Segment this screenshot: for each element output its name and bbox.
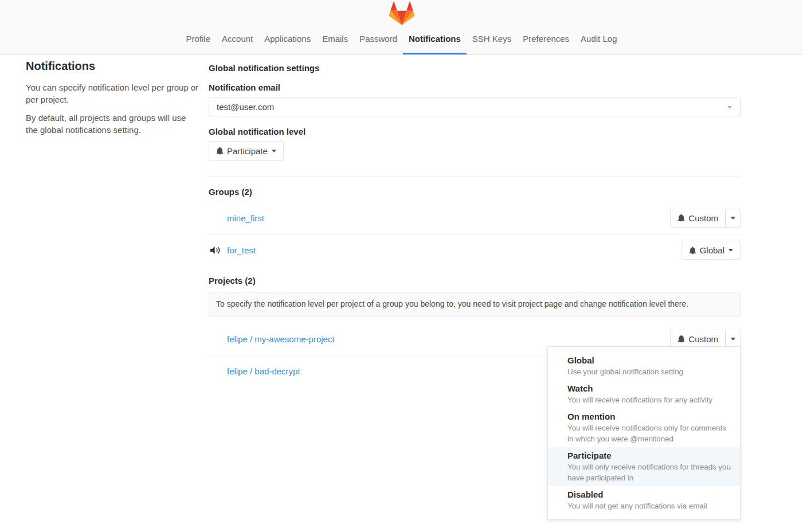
dropdown-option-participate[interactable]: Participate You will only receive notifi…: [548, 447, 740, 486]
volume-up-icon: [210, 246, 221, 255]
gitlab-logo-icon: [389, 2, 414, 25]
projects-notice: To specify the notification level per pr…: [209, 292, 741, 316]
group-level-value: Custom: [688, 213, 718, 223]
section-divider: [209, 177, 741, 177]
notification-email-value: test@user.com: [217, 102, 274, 112]
option-title: On mention: [567, 411, 732, 423]
tab-profile[interactable]: Profile: [181, 33, 217, 54]
global-level-button[interactable]: Participate: [209, 141, 284, 161]
notification-level-dropdown: Global Use your global notification sett…: [547, 346, 741, 520]
group-level-caret-button[interactable]: [726, 209, 741, 228]
group-level-value: Global: [700, 245, 724, 255]
description-paragraph: You can specify notification level per g…: [26, 81, 199, 105]
notification-email-select[interactable]: test@user.com: [209, 97, 741, 116]
group-level-button[interactable]: Custom: [670, 209, 726, 228]
bell-icon: [677, 214, 685, 222]
dropdown-option-watch[interactable]: Watch You will receive notifications for…: [548, 380, 740, 408]
caret-down-icon: [731, 338, 735, 341]
group-row: for_test Global: [209, 234, 741, 266]
tab-account[interactable]: Account: [216, 33, 258, 54]
group-level-button-wrap: Global: [681, 241, 741, 260]
project-link-bad-decrypt[interactable]: felipe / bad-decrypt: [227, 366, 300, 376]
global-settings-title: Global notification settings: [209, 55, 741, 74]
option-description: You will receive notifications for any a…: [567, 394, 732, 405]
dropdown-option-global[interactable]: Global Use your global notification sett…: [548, 352, 740, 380]
project-level-value: Custom: [688, 334, 718, 344]
notification-email-label: Notification email: [209, 82, 741, 93]
project-level-button[interactable]: Custom: [670, 330, 726, 349]
dropdown-option-on-mention[interactable]: On mention You will receive notification…: [548, 408, 740, 447]
dropdown-option-disabled[interactable]: Disabled You will not get any notificati…: [548, 486, 740, 514]
tab-audit-log[interactable]: Audit Log: [575, 33, 622, 54]
group-link-mine-first[interactable]: mine_first: [227, 213, 264, 223]
tab-emails[interactable]: Emails: [316, 33, 354, 54]
page-description: Notifications You can specify notificati…: [26, 60, 199, 142]
option-description: You will receive notifications only for …: [567, 423, 732, 444]
bell-icon: [689, 247, 696, 255]
notification-settings-panel: Global notification settings Notificatio…: [209, 55, 741, 387]
group-level-button[interactable]: Global: [681, 241, 741, 260]
option-title: Watch: [567, 383, 732, 394]
page-title: Notifications: [26, 60, 199, 73]
settings-nav: Profile Account Applications Emails Pass…: [181, 33, 623, 54]
bell-icon: [216, 147, 224, 155]
groups-list: mine_first Custom for_test: [209, 202, 741, 266]
project-level-split-button: Custom: [670, 330, 741, 349]
global-level-value: Participate: [227, 146, 268, 156]
option-description: You will only receive notifications for …: [567, 461, 732, 483]
groups-title: Groups (2): [209, 186, 741, 198]
tab-notifications[interactable]: Notifications: [403, 33, 467, 54]
tab-password[interactable]: Password: [354, 33, 403, 54]
group-row: mine_first Custom: [209, 202, 741, 234]
description-paragraph: By default, all projects and groups will…: [26, 112, 199, 136]
option-description: Use your global notification setting: [567, 366, 732, 377]
caret-down-icon: [728, 249, 733, 252]
caret-down-icon: [727, 106, 732, 109]
option-title: Disabled: [567, 489, 732, 500]
tab-preferences[interactable]: Preferences: [517, 33, 575, 54]
group-level-split-button: Custom: [670, 209, 741, 228]
tab-ssh-keys[interactable]: SSH Keys: [467, 33, 517, 54]
option-title: Global: [567, 355, 732, 366]
project-level-caret-button[interactable]: [726, 330, 741, 349]
global-level-label: Global notification level: [209, 126, 741, 138]
project-link-my-awesome-project[interactable]: felipe / my-awesome-project: [227, 334, 335, 344]
site-header: Profile Account Applications Emails Pass…: [0, 0, 803, 55]
caret-down-icon: [731, 217, 735, 220]
option-description: You will not get any notifications via e…: [567, 500, 732, 511]
tab-applications[interactable]: Applications: [258, 33, 316, 54]
option-title: Participate: [567, 450, 732, 461]
projects-title: Projects (2): [209, 275, 741, 287]
bell-icon: [677, 335, 685, 343]
caret-down-icon: [272, 150, 276, 152]
group-link-for-test[interactable]: for_test: [227, 245, 256, 255]
